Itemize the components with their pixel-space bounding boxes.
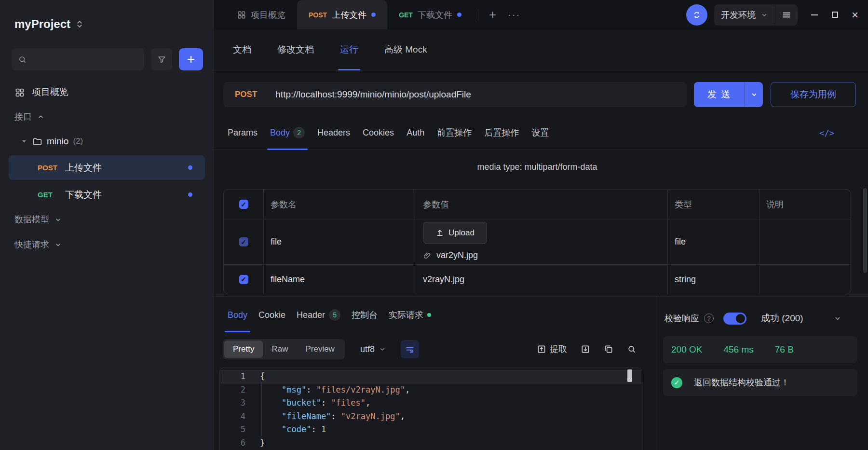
mode-preview[interactable]: Preview xyxy=(297,341,343,358)
tab-label: Cookie xyxy=(258,310,285,320)
chevron-down-icon xyxy=(379,345,386,353)
tab-label: Params xyxy=(228,128,258,138)
request-section-tabs: Params Body 2 Headers Cookies Auth 前置操作 … xyxy=(214,116,868,150)
tab-edit-docs[interactable]: 修改文档 xyxy=(277,29,314,70)
select-all-checkbox[interactable]: ✓ xyxy=(239,200,248,209)
upload-button[interactable]: Upload xyxy=(423,222,487,244)
send-button[interactable]: 发 送 xyxy=(694,82,763,107)
tab-body[interactable]: Body 2 xyxy=(270,116,305,150)
search-input[interactable] xyxy=(12,48,144,70)
param-value[interactable]: v2rayN.jpg xyxy=(423,274,464,285)
sync-button[interactable] xyxy=(686,4,707,26)
request-url-row: POST http://localhost:9999/minio/minio/p… xyxy=(223,82,856,107)
open-tabs: 项目概览 POST 上传文件 GET 下载文件 + ··· xyxy=(214,0,526,29)
editor-scrollbar[interactable] xyxy=(627,369,632,382)
environment-select[interactable]: 开发环境 xyxy=(714,4,775,26)
mode-label: Preview xyxy=(305,344,334,354)
url-value: http://localhost:9999/minio/minio/post/u… xyxy=(275,89,471,100)
tab-more-button[interactable]: ··· xyxy=(502,0,526,29)
chevron-down-icon[interactable] xyxy=(833,314,842,323)
filter-button[interactable] xyxy=(151,48,172,70)
minimize-button[interactable] xyxy=(804,4,825,26)
response-tools: 提取 xyxy=(537,339,637,359)
window-scrollbar[interactable] xyxy=(863,188,867,273)
column-header-desc: 说明 xyxy=(766,199,784,210)
row-checkbox[interactable]: ✓ xyxy=(239,275,248,284)
tab-pre-operations[interactable]: 前置操作 xyxy=(437,116,472,150)
main-menu-button[interactable] xyxy=(775,4,798,26)
sidebar-section-quick-request[interactable]: 快捷请求 xyxy=(14,239,62,250)
param-type[interactable]: file xyxy=(675,237,686,247)
tab-advanced-mock[interactable]: 高级 Mock xyxy=(384,29,427,70)
word-wrap-button[interactable] xyxy=(401,340,419,358)
add-button[interactable]: + xyxy=(179,48,203,70)
response-body-editor[interactable]: 1 { 2 "msg": "files/v2rayN.jpg", 3 "buck… xyxy=(219,368,642,450)
code-view-button[interactable]: </> xyxy=(819,116,834,150)
row-checkbox[interactable]: ✓ xyxy=(239,237,248,246)
validation-toggle[interactable] xyxy=(723,313,746,325)
sidebar-folder-minio[interactable]: minio (2) xyxy=(20,136,83,147)
param-name[interactable]: file xyxy=(271,237,282,247)
code-line: 2 "msg": "files/v2rayN.jpg", xyxy=(220,383,642,397)
caret-down-icon xyxy=(20,137,28,145)
tab-post-operations[interactable]: 后置操作 xyxy=(484,116,519,150)
unsaved-dot-icon xyxy=(188,192,192,197)
new-tab-button[interactable]: + xyxy=(483,0,502,29)
method-select[interactable]: POST xyxy=(235,90,257,99)
sidebar-item-download-file[interactable]: GET 下载文件 xyxy=(9,182,205,207)
tab-label: 控制台 xyxy=(352,309,378,321)
sidebar-item-upload-file[interactable]: POST 上传文件 xyxy=(9,155,205,180)
param-type[interactable]: string xyxy=(675,274,696,285)
response-metrics-card: 200 OK 456 ms 76 B xyxy=(663,336,857,363)
tab-label: 文档 xyxy=(233,43,251,56)
tab-auth[interactable]: Auth xyxy=(407,116,424,150)
mode-pretty[interactable]: Pretty xyxy=(224,341,263,358)
api-section-label: 接口 xyxy=(14,111,32,123)
mode-label: Pretty xyxy=(233,344,254,354)
folder-name: minio xyxy=(47,136,68,147)
tab-download-file[interactable]: GET 下载文件 xyxy=(387,0,473,29)
project-switcher[interactable]: myProject xyxy=(0,0,213,31)
tab-response-cookie[interactable]: Cookie xyxy=(258,297,285,333)
encoding-select[interactable]: utf8 xyxy=(360,344,386,355)
tab-response-body[interactable]: Body xyxy=(228,297,247,333)
extract-button[interactable]: 提取 xyxy=(537,343,567,355)
tab-upload-file[interactable]: POST 上传文件 xyxy=(297,0,387,29)
attached-file[interactable]: var2yN.jpg xyxy=(423,250,487,260)
sidebar-section-data-model[interactable]: 数据模型 xyxy=(14,214,62,225)
tab-label: Body xyxy=(270,128,290,138)
download-icon[interactable] xyxy=(581,344,590,354)
close-button[interactable]: × xyxy=(845,4,865,26)
copy-icon[interactable] xyxy=(604,344,613,354)
ellipsis-icon: ··· xyxy=(508,9,520,20)
tab-response-header[interactable]: Header 5 xyxy=(297,297,340,333)
sidebar-item-overview[interactable]: 项目概览 xyxy=(14,86,68,98)
sidebar-section-api[interactable]: 接口 xyxy=(14,111,45,123)
search-response-icon[interactable] xyxy=(627,344,637,354)
tab-project-overview[interactable]: 项目概览 xyxy=(225,0,297,29)
quick-request-label: 快捷请求 xyxy=(14,239,49,250)
tab-params[interactable]: Params xyxy=(228,116,258,150)
save-as-case-button[interactable]: 保存为用例 xyxy=(771,82,856,107)
url-input[interactable]: POST http://localhost:9999/minio/minio/p… xyxy=(223,82,687,107)
tab-cookies[interactable]: Cookies xyxy=(363,116,394,150)
tab-console[interactable]: 控制台 xyxy=(352,297,378,333)
tab-run[interactable]: 运行 xyxy=(340,29,358,70)
send-options-caret[interactable] xyxy=(745,82,763,107)
tab-headers[interactable]: Headers xyxy=(317,116,350,150)
tab-label: 修改文档 xyxy=(277,43,314,56)
tab-docs[interactable]: 文档 xyxy=(233,29,251,70)
toggle-knob xyxy=(736,314,745,323)
param-name[interactable]: fileName xyxy=(271,274,305,285)
help-icon[interactable]: ? xyxy=(704,314,714,323)
mode-raw[interactable]: Raw xyxy=(263,341,297,358)
encoding-label: utf8 xyxy=(360,344,375,355)
validation-status: 成功 (200) xyxy=(761,312,803,325)
tab-settings[interactable]: 设置 xyxy=(531,116,549,150)
tab-actual-request[interactable]: 实际请求 xyxy=(389,297,431,333)
endpoint-label: 上传文件 xyxy=(65,162,102,174)
response-tabs: Body Cookie Header 5 控制台 实际请求 xyxy=(214,297,656,333)
header-count-badge: 5 xyxy=(329,309,340,321)
overview-grid-icon xyxy=(14,87,25,97)
maximize-button[interactable] xyxy=(825,4,845,26)
